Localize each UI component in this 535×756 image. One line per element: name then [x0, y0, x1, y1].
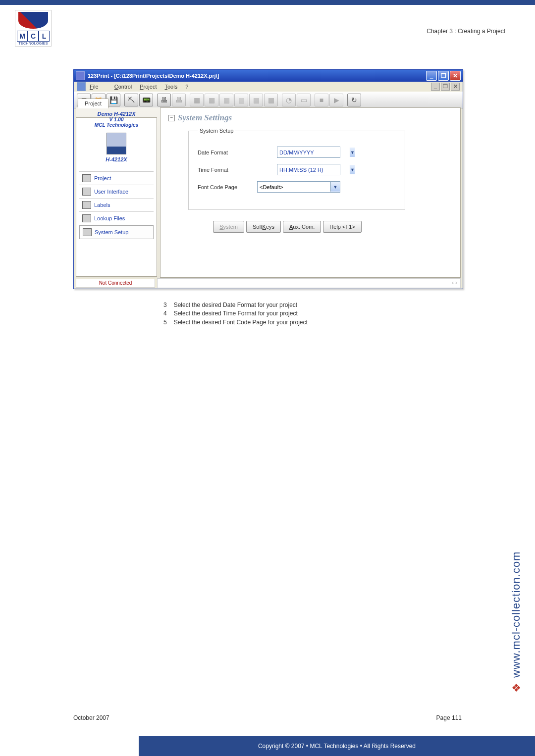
status-connection: Not Connected	[76, 279, 155, 288]
deploy-icon[interactable]: 📟	[139, 94, 153, 106]
chevron-down-icon[interactable]: ▼	[330, 182, 340, 192]
minimize-button[interactable]: _	[426, 71, 437, 81]
device-icon	[107, 133, 126, 154]
project-info: Demo H-4212X V 1.00 MCL Technologies	[79, 111, 154, 128]
labels-nav-icon	[82, 201, 91, 209]
tool-c-icon: ▦	[219, 94, 233, 106]
menu-bar: File Control Project Tools ? _ ❐ ✕	[74, 82, 463, 92]
system-nav-icon	[83, 228, 92, 236]
copyright-bar: Copyright © 2007 • MCL Technologies • Al…	[139, 736, 535, 756]
time-format-label: Time Format	[198, 167, 277, 173]
project-nav-icon	[82, 174, 91, 182]
app-window: 123Print - [C:\123Print\Projects\Demo H-…	[73, 69, 463, 289]
nav-system-setup[interactable]: System Setup	[79, 225, 154, 239]
child-minimize[interactable]: _	[431, 83, 440, 91]
date-format-value[interactable]	[277, 148, 350, 157]
close-button[interactable]: ✕	[450, 71, 461, 81]
window-title: 123Print - [C:\123Print\Projects\Demo H-…	[88, 73, 219, 79]
print-disabled-icon: 🖶	[172, 94, 186, 106]
child-restore[interactable]: ❐	[441, 83, 450, 91]
tool-f-icon: ▦	[264, 94, 278, 106]
maximize-button[interactable]: ❐	[438, 71, 449, 81]
menu-project[interactable]: Project	[140, 84, 157, 90]
menu-file[interactable]: File	[90, 84, 107, 90]
codepage-select[interactable]: ▼	[257, 181, 340, 193]
nav-list: Project User Interface Labels Lookup Fil…	[79, 171, 154, 239]
status-filler: ○○	[157, 278, 461, 288]
sidebar-tab[interactable]: Project	[78, 99, 108, 108]
system-setup-fieldset: System Setup Date Format ▼ Time Format ▼	[188, 128, 405, 210]
play-icon: ▶	[329, 94, 343, 106]
date-format-select[interactable]: ▼	[277, 147, 340, 158]
clock-icon: ◔	[282, 94, 296, 106]
menu-control[interactable]: Control	[114, 84, 132, 90]
nav-lookup-files[interactable]: Lookup Files	[79, 212, 154, 225]
time-format-select[interactable]: ▼	[277, 164, 340, 175]
footer-date: October 2007	[73, 714, 109, 721]
tool-b-icon: ▦	[205, 94, 218, 106]
project-version: V 1.00	[79, 117, 154, 122]
system-button: System	[213, 221, 244, 233]
child-window-controls: _ ❐ ✕	[431, 83, 460, 91]
logo-letter-c: C	[28, 31, 39, 42]
stop-icon: ■	[315, 94, 328, 106]
app-icon	[76, 71, 85, 80]
codepage-value[interactable]	[258, 182, 330, 192]
project-name: Demo H-4212X	[79, 111, 154, 117]
project-vendor: MCL Technologies	[79, 122, 154, 128]
logo-wave-icon	[18, 12, 48, 29]
ui-nav-icon	[82, 188, 91, 196]
work-area: Project Demo H-4212X V 1.00 MCL Technolo…	[76, 107, 461, 278]
build-icon[interactable]: ⛏	[124, 94, 138, 106]
help-button[interactable]: Help <F1>	[323, 221, 361, 233]
mcl-logo: M C L TECHNOLOGIES	[15, 10, 52, 47]
tool-d-icon: ▦	[234, 94, 248, 106]
vertical-url: ❖ www.mcl-collection.com	[509, 459, 523, 697]
top-border	[0, 0, 535, 5]
time-format-value[interactable]	[277, 165, 350, 174]
instruction-3: 3Select the desired Date Format for your…	[163, 301, 308, 309]
toolbar: ▢ 📂 💾 ⛏ 📟 🖶 🖶 ▦ ▦ ▦ ▦ ▦ ▦ ◔ ▭ ■ ▶ ↻	[74, 92, 463, 108]
button-row: System Soft Keys Aux. Com. Help <F1>	[188, 221, 386, 233]
main-panel: − System Settings System Setup Date Form…	[160, 107, 461, 278]
chevron-down-icon[interactable]: ▼	[350, 165, 355, 174]
menu-help[interactable]: ?	[185, 84, 188, 90]
logo-letter-m: M	[17, 31, 28, 42]
aux-com-button[interactable]: Aux. Com.	[283, 221, 321, 233]
nav-project[interactable]: Project	[79, 172, 154, 185]
doc-page: M C L TECHNOLOGIES Chapter 3 : Creating …	[0, 0, 535, 756]
tree-collapse-icon[interactable]: −	[168, 115, 175, 121]
nav-user-interface[interactable]: User Interface	[79, 185, 154, 199]
mdi-icon	[77, 82, 86, 91]
nav-labels[interactable]: Labels	[79, 199, 154, 212]
date-format-label: Date Format	[198, 150, 277, 155]
status-bar: Not Connected ○○	[76, 279, 461, 288]
instruction-list: 3Select the desired Date Format for your…	[163, 301, 308, 327]
save-icon[interactable]: 💾	[107, 94, 120, 106]
tool-a-icon: ▦	[190, 94, 204, 106]
page-footer: October 2007 Page 111	[73, 714, 462, 721]
chapter-heading: Chapter 3 : Creating a Project	[427, 28, 505, 35]
soft-keys-button[interactable]: Soft Keys	[246, 221, 281, 233]
title-bar[interactable]: 123Print - [C:\123Print\Projects\Demo H-…	[74, 70, 463, 82]
print-icon[interactable]: 🖶	[157, 94, 171, 106]
instruction-4: 4Select the desired Time Format for your…	[163, 309, 308, 318]
panel-heading: System Settings	[178, 113, 232, 123]
screen-icon: ▭	[297, 94, 311, 106]
sidebar: Demo H-4212X V 1.00 MCL Technologies H-4…	[76, 117, 157, 277]
logo-letter-l: L	[39, 31, 50, 42]
refresh-icon[interactable]: ↻	[347, 94, 361, 106]
bullet-icon: ❖	[510, 681, 523, 694]
device-label: H-4212X	[79, 156, 154, 162]
fieldset-legend: System Setup	[198, 128, 235, 134]
child-close[interactable]: ✕	[451, 83, 460, 91]
footer-page: Page 111	[436, 714, 462, 721]
menu-tools[interactable]: Tools	[164, 84, 177, 90]
logo-subtitle: TECHNOLOGIES	[18, 42, 48, 45]
tool-e-icon: ▦	[249, 94, 263, 106]
instruction-5: 5Select the desired Font Code Page for y…	[163, 318, 308, 327]
lookup-nav-icon	[82, 214, 91, 222]
chevron-down-icon[interactable]: ▼	[350, 148, 355, 157]
